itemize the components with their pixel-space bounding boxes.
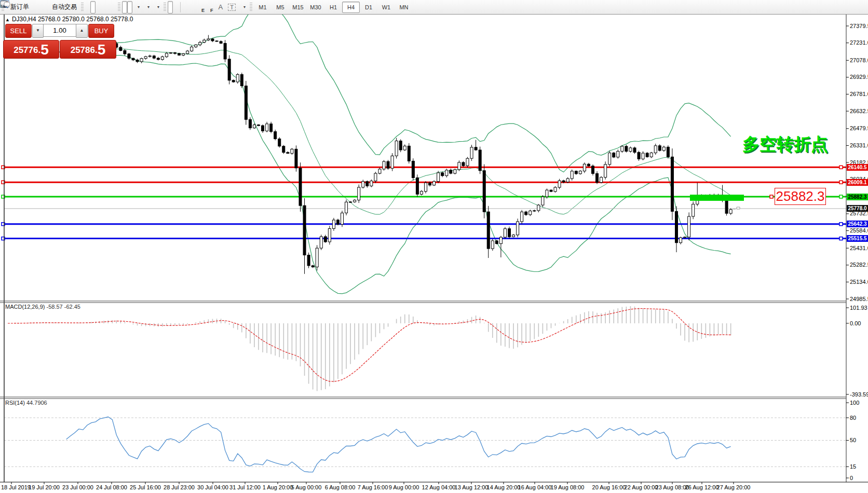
rsi-axis-label: 80 xyxy=(850,415,856,421)
time-axis-label: 5 Aug 00:00 xyxy=(291,484,322,490)
macd-axis-label: 0.00 xyxy=(850,320,861,326)
panel-collapse-icon[interactable]: ▲ xyxy=(5,17,10,22)
price-tick-label: 26929.5 xyxy=(850,74,868,80)
toolbar-grip xyxy=(81,3,84,12)
line-chart-button[interactable] xyxy=(96,1,101,13)
new-order-label: 新订单 xyxy=(10,3,29,11)
search-button[interactable] xyxy=(853,1,859,13)
timeframe-m1[interactable]: M1 xyxy=(254,2,272,13)
sell-price-frac: 5 xyxy=(40,42,49,58)
label-tool-icon: T xyxy=(228,4,236,11)
price-line-badge: 25882.3 xyxy=(847,194,868,200)
dropdown-caret-icon: ▾ xyxy=(243,5,246,9)
time-axis-label: 1 Aug 20:00 xyxy=(263,484,293,490)
vline-tool-button[interactable] xyxy=(183,1,188,13)
highlight-rectangle[interactable] xyxy=(690,195,744,201)
auto-scroll-button[interactable] xyxy=(122,1,127,13)
buy-price-button[interactable]: 25786.5 xyxy=(60,40,116,59)
timeframe-mn[interactable]: MN xyxy=(395,2,413,13)
time-axis-label: 16 Aug 04:00 xyxy=(518,484,552,490)
volume-input[interactable]: 1.00 xyxy=(43,24,76,37)
bar-chart-button[interactable] xyxy=(85,1,90,13)
toolbar: 新订单 自动交易 xyxy=(0,0,868,15)
period-button[interactable]: ▾ xyxy=(142,1,152,13)
time-axis-label: 18 Jul 2019 xyxy=(1,484,31,490)
auto-trading-label: 自动交易 xyxy=(52,3,77,11)
price-tick-label: 26331.0 xyxy=(850,142,868,148)
signals-button[interactable] xyxy=(42,1,47,13)
tile-windows-button[interactable] xyxy=(111,1,116,13)
price-tick-label: 26781.0 xyxy=(850,91,868,97)
sell-price-button[interactable]: 25776.5 xyxy=(3,40,59,59)
toolbar-grip xyxy=(164,3,166,12)
hline-tool-button[interactable] xyxy=(188,1,193,13)
dropdown-caret-icon: ▾ xyxy=(147,5,150,9)
time-axis-label: 12 Aug 04:00 xyxy=(422,484,456,490)
time-axis-label: 27 Aug 20:00 xyxy=(717,484,751,490)
chart-ohlc-title: ▲DJ30,H4 25768.0 25780.0 25768.0 25778.0 xyxy=(5,16,133,23)
price-tick-label: 25584.0 xyxy=(850,227,868,234)
price-callout-label[interactable]: 25882.3 xyxy=(775,188,826,205)
time-axis-label: 22 Aug 00:00 xyxy=(625,484,658,490)
new-chart-button[interactable]: ▾ xyxy=(132,1,142,13)
price-tick-label: 24985.5 xyxy=(850,296,868,302)
zoom-out-button[interactable] xyxy=(106,1,111,13)
fibonacci-letter: F xyxy=(210,8,213,13)
macd-label: MACD(12,26,9) -58.57 -62.45 xyxy=(5,304,80,310)
price-tick-label: 27231.0 xyxy=(850,39,868,46)
cursor-button[interactable] xyxy=(168,1,173,13)
chart-canvas[interactable] xyxy=(0,0,868,493)
trendline-tool-button[interactable] xyxy=(193,1,198,13)
timeframe-d1[interactable]: D1 xyxy=(360,2,377,13)
chat-button[interactable] xyxy=(859,1,864,13)
macd-axis-label: 101.93 xyxy=(850,305,867,311)
indicators-button[interactable]: ▾ xyxy=(152,1,162,13)
one-click-trading-panel: SELL ▼ 1.00 ▲ BUY 25776.5 25786.5 xyxy=(3,23,115,59)
time-axis-label: 20 Aug 16:00 xyxy=(592,484,626,490)
time-axis-label: 13 Aug 12:00 xyxy=(455,484,489,490)
sell-button[interactable]: SELL xyxy=(5,24,32,38)
auto-trading-button[interactable]: 自动交易 xyxy=(47,1,79,13)
toolbar-grip xyxy=(118,3,120,12)
volume-increase-button[interactable]: ▲ xyxy=(76,24,88,38)
timeframe-h4[interactable]: H4 xyxy=(342,2,360,13)
fibonacci-tool-button[interactable]: F xyxy=(207,1,216,13)
rsi-axis-label: 0 xyxy=(850,475,853,481)
rsi-axis-label: 15 xyxy=(850,463,856,470)
chart-shift-button[interactable] xyxy=(127,1,132,13)
market-watch-button[interactable] xyxy=(32,1,37,13)
text-tool-button[interactable]: A xyxy=(216,1,226,13)
price-line-badge: 25515.5 xyxy=(847,235,868,242)
time-axis-label: 23 Aug 08:00 xyxy=(656,484,689,490)
price-line-badge: 25642.3 xyxy=(847,221,868,227)
candlestick-button[interactable] xyxy=(90,1,96,13)
price-tick-label: 26632.5 xyxy=(850,108,868,114)
turning-point-annotation[interactable]: 多空转折点 xyxy=(742,133,828,156)
time-axis-label: 9 Aug 00:00 xyxy=(389,484,419,490)
channel-tool-button[interactable]: E xyxy=(198,1,207,13)
sell-price-main: 25776 xyxy=(13,43,38,58)
volume-decrease-button[interactable]: ▼ xyxy=(32,24,44,38)
timeframe-m30[interactable]: M30 xyxy=(307,2,324,13)
rsi-axis-label: 50 xyxy=(850,437,856,443)
buy-price-main: 25786 xyxy=(71,43,95,58)
price-tick-label: 26479.5 xyxy=(850,125,868,131)
time-axis-label: 28 Jul 23:00 xyxy=(164,484,195,490)
time-axis-label: 7 Aug 16:00 xyxy=(358,484,388,490)
price-tick-label: 25431.0 xyxy=(850,245,868,251)
crosshair-button[interactable] xyxy=(173,1,178,13)
timeframe-group: M1M5M15M30H1H4D1W1MN xyxy=(254,2,413,13)
shapes-tool-button[interactable]: ▾ xyxy=(238,1,248,13)
timeframe-w1[interactable]: W1 xyxy=(377,2,395,13)
time-axis-label: 24 Jul 08:00 xyxy=(96,484,127,490)
zoom-in-button[interactable] xyxy=(101,1,106,13)
channel-letter: E xyxy=(201,8,205,13)
time-axis-label: 25 Jul 16:00 xyxy=(130,484,161,490)
timeframe-m15[interactable]: M15 xyxy=(289,2,307,13)
label-tool-button[interactable]: T xyxy=(225,1,238,13)
buy-price-frac: 5 xyxy=(98,42,106,58)
timeframe-h1[interactable]: H1 xyxy=(324,2,342,13)
profile-button[interactable] xyxy=(37,1,42,13)
timeframe-m5[interactable]: M5 xyxy=(272,2,289,13)
buy-button[interactable]: BUY xyxy=(88,24,114,38)
